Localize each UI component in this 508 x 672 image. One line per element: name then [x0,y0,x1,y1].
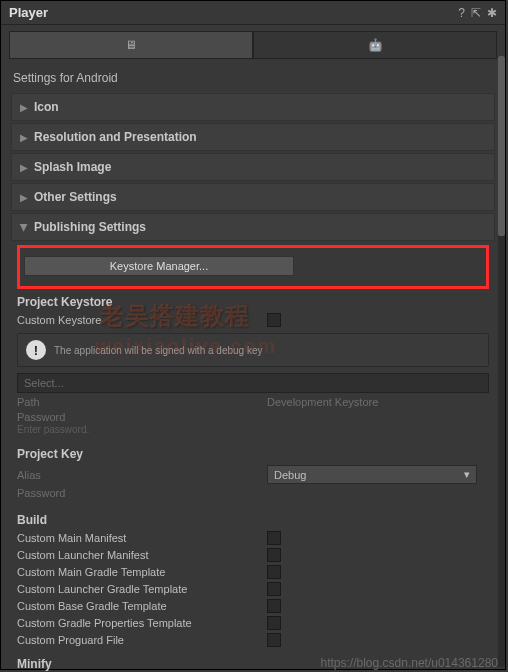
build-item-label: Custom Base Gradle Template [17,600,267,612]
chevron-right-icon: ▶ [20,102,28,113]
section-resolution[interactable]: ▶Resolution and Presentation [11,123,495,151]
build-item-label: Custom Launcher Manifest [17,549,267,561]
keystore-select[interactable]: Select... [17,373,489,393]
chevron-right-icon: ▶ [20,132,28,143]
build-row: Custom Launcher Manifest [17,548,489,562]
project-keystore-heading: Project Keystore [17,295,489,309]
settings-subtitle: Settings for Android [13,71,495,85]
android-icon: 🤖 [368,38,383,52]
section-icon[interactable]: ▶Icon [11,93,495,121]
help-icon[interactable]: ? [458,6,465,20]
tab-android[interactable]: 🤖 [253,31,497,58]
warning-icon: ! [26,340,46,360]
build-item-checkbox[interactable] [267,633,281,647]
password-placeholder: Enter password. [17,424,489,435]
build-row: Custom Main Manifest [17,531,489,545]
build-item-label: Custom Launcher Gradle Template [17,583,267,595]
pin-icon[interactable]: ⇱ [471,6,481,20]
info-box: ! The application will be signed with a … [17,333,489,367]
chevron-right-icon: ▶ [20,162,28,173]
build-item-label: Custom Gradle Properties Template [17,617,267,629]
section-other[interactable]: ▶Other Settings [11,183,495,211]
desktop-icon: 🖥 [125,38,137,52]
publishing-body: Keystore Manager... Project Keystore Cus… [11,243,495,672]
build-item-label: Custom Proguard File [17,634,267,646]
build-item-checkbox[interactable] [267,616,281,630]
tab-desktop[interactable]: 🖥 [9,31,253,58]
key-password-label: Password [17,487,267,499]
password-label: Password [17,411,267,423]
chevron-down-icon: ▶ [19,223,30,231]
build-item-checkbox[interactable] [267,548,281,562]
platform-tabs: 🖥 🤖 [9,31,497,59]
chevron-right-icon: ▶ [20,192,28,203]
build-item-label: Custom Main Gradle Template [17,566,267,578]
build-row: Custom Launcher Gradle Template [17,582,489,596]
section-splash[interactable]: ▶Splash Image [11,153,495,181]
keystore-manager-button[interactable]: Keystore Manager... [24,256,294,276]
scroll-thumb[interactable] [498,56,505,236]
title-icons: ? ⇱ ✱ [458,6,497,20]
highlight-box: Keystore Manager... [17,245,489,289]
build-row: Custom Proguard File [17,633,489,647]
build-item-checkbox[interactable] [267,582,281,596]
build-row: Custom Base Gradle Template [17,599,489,613]
build-item-checkbox[interactable] [267,565,281,579]
custom-keystore-label: Custom Keystore [17,314,267,326]
chevron-down-icon: ▾ [464,468,470,481]
alias-label: Alias [17,469,267,481]
project-key-heading: Project Key [17,447,489,461]
settings-icon[interactable]: ✱ [487,6,497,20]
build-row: Custom Main Gradle Template [17,565,489,579]
window-title: Player [9,5,48,20]
content-area: Settings for Android ▶Icon ▶Resolution a… [1,59,505,672]
info-text: The application will be signed with a de… [54,345,262,356]
footer-url: https://blog.csdn.net/u014361280 [321,656,498,670]
build-item-checkbox[interactable] [267,599,281,613]
path-label: Path [17,396,267,408]
section-publishing[interactable]: ▶Publishing Settings [11,213,495,241]
scrollbar[interactable] [498,56,505,667]
title-bar: Player ? ⇱ ✱ [1,1,505,25]
build-row: Custom Gradle Properties Template [17,616,489,630]
alias-dropdown[interactable]: Debug▾ [267,465,477,484]
path-value: Development Keystore [267,396,378,408]
build-item-checkbox[interactable] [267,531,281,545]
build-item-label: Custom Main Manifest [17,532,267,544]
build-heading: Build [17,513,489,527]
custom-keystore-checkbox[interactable] [267,313,281,327]
